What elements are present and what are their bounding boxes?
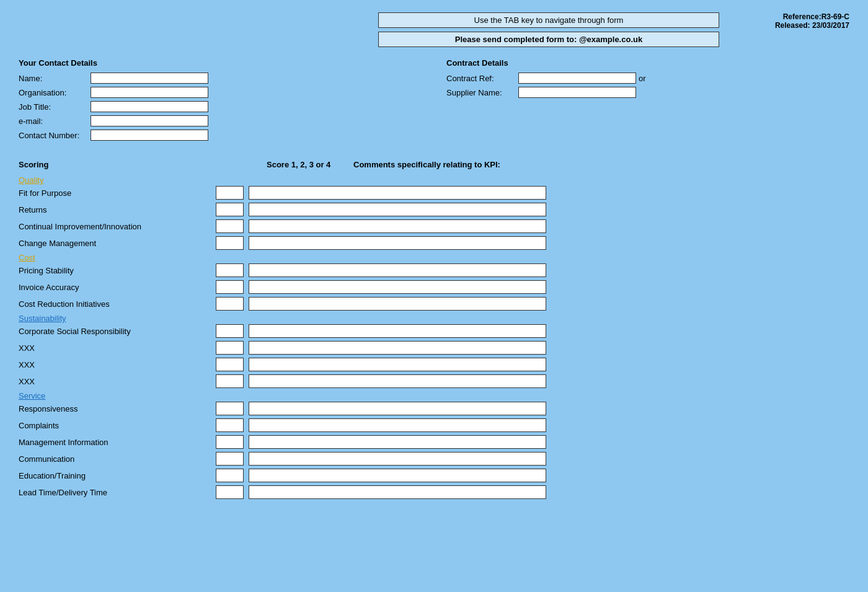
contract-section: Contract Details Contract Ref: or Suppli… [446,58,849,144]
org-input[interactable] [91,87,208,98]
contract-title: Contract Details [446,58,849,68]
kpi-xxx1: XXX [19,341,849,355]
kpi-score-xxx1[interactable] [216,341,244,355]
kpi-comment-xxx1[interactable] [249,341,546,355]
kpi-fit-for-purpose: Fit for Purpose [19,186,849,200]
kpi-score-cost-reduction[interactable] [216,297,244,311]
reference-block: Reference:R3-69-C Released: 23/03/2017 [775,12,849,30]
kpi-comment-pricing[interactable] [249,263,546,277]
kpi-comment-invoice[interactable] [249,280,546,294]
category-cost: Cost Pricing Stability Invoice Accuracy … [19,253,849,311]
service-link[interactable]: Service [19,391,45,400]
kpi-score-fit[interactable] [216,186,244,200]
kpi-label-education: Education/Training [19,471,211,480]
field-contractref-row: Contract Ref: or [446,73,849,84]
kpi-score-education[interactable] [216,469,244,482]
kpi-label-leadtime: Lead Time/Delivery Time [19,488,211,497]
kpi-change: Change Management [19,236,849,250]
contact-input[interactable] [91,130,208,141]
kpi-label-mgmt-info: Management Information [19,438,211,447]
kpi-comment-complaints[interactable] [249,418,546,432]
kpi-csr: Corporate Social Responsibility [19,324,849,338]
kpi-comment-csr[interactable] [249,324,546,338]
name-label: Name: [19,74,87,83]
field-jobtitle-row: Job Title: [19,101,422,112]
comments-label: Comments specifically relating to KPI: [353,160,500,169]
email-input[interactable] [91,115,208,126]
kpi-score-returns[interactable] [216,203,244,216]
kpi-score-communication[interactable] [216,452,244,466]
score-label: Score 1, 2, 3 or 4 [267,160,341,169]
kpi-communication: Communication [19,452,849,466]
nav-bar: Use the TAB key to navigate through form [378,12,719,28]
kpi-continual: Continual Improvement/Innovation [19,219,849,233]
kpi-score-xxx2[interactable] [216,358,244,371]
kpi-score-change[interactable] [216,236,244,250]
name-input[interactable] [91,73,208,84]
jobtitle-label: Job Title: [19,102,87,112]
kpi-comment-communication[interactable] [249,452,546,466]
field-email-row: e-mail: [19,115,422,126]
quality-link[interactable]: Quality [19,175,43,185]
field-org-row: Organisation: [19,87,422,98]
kpi-label-cost-reduction: Cost Reduction Initiatives [19,299,211,309]
kpi-comment-cost-reduction[interactable] [249,297,546,311]
jobtitle-input[interactable] [91,101,208,112]
kpi-label-continual: Continual Improvement/Innovation [19,222,211,231]
kpi-education: Education/Training [19,469,849,482]
kpi-comment-xxx2[interactable] [249,358,546,371]
contact-section: Your Contact Details Name: Organisation:… [19,58,422,144]
category-service: Service Responsiveness Complaints Manage… [19,391,849,499]
contractref-input[interactable] [518,73,636,84]
category-quality: Quality Fit for Purpose Returns Continua… [19,175,849,250]
kpi-label-fit: Fit for Purpose [19,188,211,198]
kpi-xxx3: XXX [19,374,849,388]
scoring-title: Scoring [19,160,143,169]
kpi-comment-fit[interactable] [249,186,546,200]
kpi-comment-mgmt-info[interactable] [249,435,546,449]
kpi-invoice: Invoice Accuracy [19,280,849,294]
kpi-score-invoice[interactable] [216,280,244,294]
supplier-input[interactable] [518,87,636,98]
supplier-label: Supplier Name: [446,88,515,97]
field-contact-row: Contact Number: [19,130,422,141]
contractref-label: Contract Ref: [446,74,515,83]
kpi-mgmt-info: Management Information [19,435,849,449]
kpi-comment-change[interactable] [249,236,546,250]
kpi-comment-education[interactable] [249,469,546,482]
kpi-label-communication: Communication [19,454,211,464]
kpi-label-complaints: Complaints [19,421,211,430]
kpi-score-xxx3[interactable] [216,374,244,388]
cost-link[interactable]: Cost [19,253,35,262]
kpi-score-leadtime[interactable] [216,485,244,499]
kpi-score-responsiveness[interactable] [216,402,244,415]
kpi-returns: Returns [19,203,849,216]
kpi-score-complaints[interactable] [216,418,244,432]
email-bar: Please send completed form to: @example.… [378,32,719,47]
field-name-row: Name: [19,73,422,84]
kpi-label-xxx2: XXX [19,360,211,369]
category-sustainability: Sustainability Corporate Social Responsi… [19,314,849,388]
kpi-comment-continual[interactable] [249,219,546,233]
or-label: or [639,74,646,83]
released-date: Released: 23/03/2017 [775,21,849,30]
kpi-comment-leadtime[interactable] [249,485,546,499]
kpi-comment-returns[interactable] [249,203,546,216]
org-label: Organisation: [19,88,87,97]
kpi-pricing: Pricing Stability [19,263,849,277]
field-supplier-row: Supplier Name: [446,87,849,98]
kpi-score-csr[interactable] [216,324,244,338]
kpi-leadtime: Lead Time/Delivery Time [19,485,849,499]
kpi-comment-responsiveness[interactable] [249,402,546,415]
sustainability-link[interactable]: Sustainability [19,314,66,323]
kpi-comment-xxx3[interactable] [249,374,546,388]
kpi-label-csr: Corporate Social Responsibility [19,327,211,336]
kpi-label-xxx3: XXX [19,377,211,386]
scoring-header: Scoring Score 1, 2, 3 or 4 Comments spec… [19,156,849,169]
kpi-score-mgmt-info[interactable] [216,435,244,449]
kpi-score-pricing[interactable] [216,263,244,277]
kpi-complaints: Complaints [19,418,849,432]
kpi-score-continual[interactable] [216,219,244,233]
contact-title: Your Contact Details [19,58,422,68]
kpi-label-returns: Returns [19,205,211,214]
